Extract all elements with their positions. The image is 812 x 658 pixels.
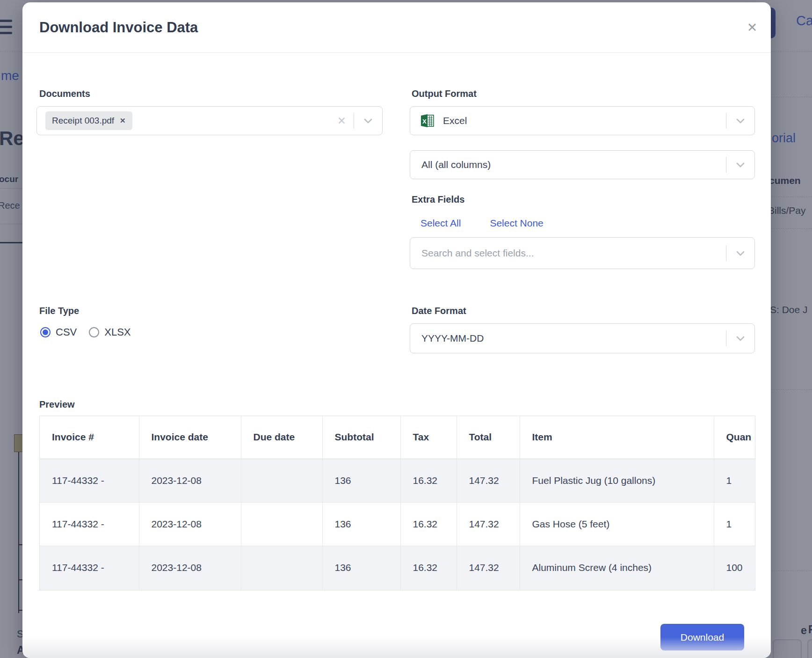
cell: 100	[714, 546, 755, 589]
cell: 136	[322, 546, 400, 589]
chevron-down-icon[interactable]	[726, 251, 754, 256]
date-format-value: YYYY-MM-DD	[421, 333, 484, 344]
documents-label: Documents	[39, 88, 90, 99]
csv-radio-label[interactable]: CSV	[56, 326, 77, 338]
cell: Fuel Plastic Jug (10 gallons)	[520, 459, 714, 502]
cell: 136	[322, 502, 400, 546]
screen: me Rec ocur Rece S A Ca orial cumen Bill…	[0, 0, 812, 658]
cell: 117-44332 -	[40, 502, 139, 546]
chevron-down-icon[interactable]	[354, 118, 382, 124]
clear-selection-icon[interactable]: ✕	[337, 115, 346, 127]
document-tag: Receipt 003.pdf ✕	[45, 111, 132, 130]
cell: 147.32	[457, 546, 520, 589]
file-type-label: File Type	[39, 306, 79, 316]
col-due-date: Due date	[241, 416, 322, 459]
table-row: 117-44332 - 2023-12-08 136 16.32 147.32 …	[40, 546, 755, 589]
cell: 1	[714, 459, 755, 502]
document-tag-label: Receipt 003.pdf	[52, 116, 114, 126]
cell: 136	[322, 459, 400, 502]
table-row: 117-44332 - 2023-12-08 136 16.32 147.32 …	[40, 459, 755, 502]
col-tax: Tax	[400, 416, 457, 459]
cell: 1	[714, 502, 755, 546]
header-divider	[22, 52, 771, 53]
extra-fields-label: Extra Fields	[412, 194, 464, 205]
chevron-down-icon[interactable]	[726, 118, 754, 124]
svg-text:X: X	[422, 118, 427, 125]
download-invoice-modal: Download Invoice Data ✕ Documents Receip…	[22, 2, 771, 658]
date-format-select[interactable]: YYYY-MM-DD	[410, 323, 755, 353]
col-invoice-number: Invoice #	[40, 416, 139, 459]
cell: 2023-12-08	[139, 546, 241, 589]
cell: 117-44332 -	[40, 546, 139, 589]
download-button[interactable]: Download	[660, 624, 744, 651]
select-all-link[interactable]: Select All	[420, 218, 461, 229]
cell	[241, 546, 322, 589]
cell: 2023-12-08	[139, 459, 241, 502]
preview-table: Invoice # Invoice date Due date Subtotal…	[39, 416, 755, 591]
cell: 16.32	[400, 502, 457, 546]
columns-select[interactable]: All (all columns)	[410, 150, 755, 179]
col-quantity: Quan	[714, 416, 755, 459]
cell: 16.32	[400, 546, 457, 589]
output-format-label: Output Format	[412, 88, 477, 99]
modal-bottom-fade	[22, 637, 771, 658]
xlsx-radio[interactable]	[89, 327, 99, 337]
cell	[241, 502, 322, 546]
cell: Aluminum Screw (4 inches)	[520, 546, 714, 589]
modal-title: Download Invoice Data	[39, 19, 198, 36]
extra-fields-search-input[interactable]: Search and select fields...	[410, 237, 755, 269]
output-format-select[interactable]: X Excel	[410, 106, 755, 135]
cell	[241, 459, 322, 502]
output-format-value: Excel	[443, 115, 467, 126]
col-subtotal: Subtotal	[322, 416, 400, 459]
extra-fields-search-placeholder: Search and select fields...	[421, 248, 534, 259]
table-header-row: Invoice # Invoice date Due date Subtotal…	[40, 416, 755, 459]
excel-icon: X	[420, 113, 435, 129]
cell: 147.32	[457, 502, 520, 546]
cell: 147.32	[457, 459, 520, 502]
col-item: Item	[520, 416, 714, 459]
col-invoice-date: Invoice date	[139, 416, 241, 459]
xlsx-radio-label[interactable]: XLSX	[104, 326, 130, 338]
cell: Gas Hose (5 feet)	[520, 502, 714, 546]
col-total: Total	[457, 416, 520, 459]
close-icon[interactable]: ✕	[743, 18, 761, 37]
date-format-label: Date Format	[412, 306, 466, 316]
columns-value: All (all columns)	[421, 159, 491, 170]
chevron-down-icon[interactable]	[726, 336, 754, 341]
select-none-link[interactable]: Select None	[490, 218, 543, 229]
chevron-down-icon[interactable]	[726, 162, 754, 168]
preview-label: Preview	[39, 399, 75, 410]
remove-tag-icon[interactable]: ✕	[120, 117, 126, 125]
cell: 2023-12-08	[139, 502, 241, 546]
table-row: 117-44332 - 2023-12-08 136 16.32 147.32 …	[40, 502, 755, 546]
csv-radio[interactable]	[40, 327, 51, 337]
documents-select[interactable]: Receipt 003.pdf ✕ ✕	[36, 106, 383, 135]
cell: 16.32	[400, 459, 457, 502]
cell: 117-44332 -	[40, 459, 139, 502]
